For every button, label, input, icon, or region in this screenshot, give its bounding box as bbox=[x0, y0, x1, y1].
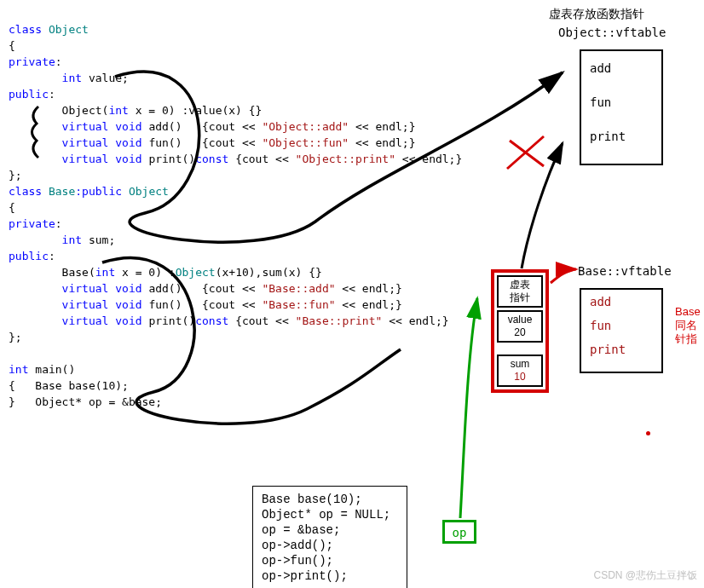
watermark: CSDN @悲伤土豆拌饭 bbox=[593, 568, 697, 583]
red-dot-icon bbox=[646, 431, 650, 435]
memory-layout-box: 虚表指针 value20 sum10 bbox=[491, 269, 549, 393]
heading-object-vftable: Object::vftable bbox=[558, 26, 666, 39]
mem-vptr: 虚表指针 bbox=[497, 275, 543, 308]
code-block: class Object { private: int value; publi… bbox=[9, 5, 462, 410]
heading-base-vftable: Base::vftable bbox=[578, 264, 672, 278]
mem-sum: sum10 bbox=[497, 355, 543, 387]
snippet-box: Base base(10); Object* op = NULL; op = &… bbox=[252, 486, 407, 588]
op-pointer-box: op bbox=[442, 520, 476, 544]
base-vftable-box: add fun print bbox=[580, 288, 663, 373]
vtable-row: add bbox=[581, 51, 661, 85]
vtable-row: print bbox=[581, 337, 661, 361]
vtable-row: fun bbox=[581, 85, 661, 119]
vtable-row: print bbox=[581, 119, 661, 153]
object-vftable-box: add fun print bbox=[580, 49, 663, 165]
vtable-row: add bbox=[581, 290, 661, 314]
vtable-row: fun bbox=[581, 314, 661, 337]
heading-vtable-desc: 虚表存放函数指针 bbox=[549, 7, 644, 22]
side-note-red: Base 同名 针指 bbox=[675, 305, 701, 346]
mem-value: value20 bbox=[497, 310, 543, 343]
